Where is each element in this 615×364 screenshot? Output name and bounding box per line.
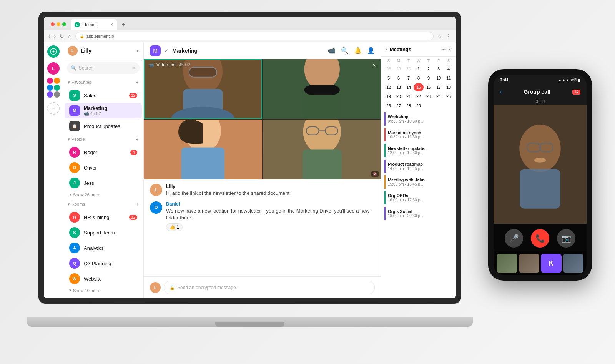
- people-add-button[interactable]: +: [136, 136, 139, 142]
- cal-day-27[interactable]: 27: [394, 101, 404, 110]
- video-call-camera-icon: 📹: [148, 62, 154, 68]
- cal-day-23[interactable]: 23: [424, 92, 434, 101]
- cal-day-16[interactable]: 16: [424, 83, 434, 91]
- refresh-button[interactable]: ↻: [60, 33, 64, 39]
- cal-day-29prev[interactable]: 29: [394, 65, 404, 73]
- cal-day-14[interactable]: 14: [404, 83, 414, 91]
- svg-rect-22: [520, 169, 560, 208]
- cal-day-7[interactable]: 7: [404, 74, 414, 82]
- message-reaction[interactable]: 👍 1: [166, 223, 183, 231]
- bookmark-button[interactable]: ☆: [437, 33, 442, 39]
- cal-day-11[interactable]: 11: [444, 74, 454, 82]
- rooms-add-button[interactable]: +: [136, 201, 139, 207]
- person-item-roger[interactable]: R Roger 4: [65, 145, 142, 160]
- cal-day-21[interactable]: 21: [404, 92, 414, 101]
- event-newsletter[interactable]: Newsletter update... 12:00 pm - 12:30 p.…: [384, 144, 453, 157]
- calendar-title: Meetings: [390, 47, 439, 52]
- mute-button[interactable]: 🎤: [505, 229, 523, 248]
- scene: E Element × + ‹ › ↻ ⌂ 🔒 app.element: [0, 0, 615, 364]
- cal-day-25[interactable]: 25: [444, 92, 454, 101]
- show-more-rooms[interactable]: ▾ Show 10 more: [65, 286, 142, 294]
- cal-day-22[interactable]: 22: [414, 92, 424, 101]
- close-button[interactable]: [51, 22, 55, 26]
- cal-day-28prev[interactable]: 28: [384, 65, 394, 73]
- room-item-hr[interactable]: H HR & hiring 12: [65, 209, 142, 225]
- cal-day-30prev[interactable]: 30: [404, 65, 414, 73]
- event-meeting-john[interactable]: Meeting with John 15:00 pm - 15:45 p...: [384, 175, 453, 189]
- phone-thumb-2[interactable]: [519, 254, 540, 273]
- forward-button[interactable]: ›: [54, 33, 56, 39]
- person-item-oliver[interactable]: O Oliver: [65, 160, 142, 175]
- roger-badge: 4: [130, 150, 137, 155]
- cal-day-29[interactable]: 29: [414, 101, 424, 110]
- cal-day-3[interactable]: 3: [434, 65, 444, 73]
- search-chat-icon[interactable]: 🔍: [341, 47, 349, 54]
- calendar-more-button[interactable]: •••: [441, 47, 446, 52]
- cal-day-1[interactable]: 1: [414, 65, 424, 73]
- room-item-analytics[interactable]: A Analytics: [65, 240, 142, 256]
- minimize-button[interactable]: [57, 22, 60, 26]
- message-input[interactable]: 🔒 Send an encrypted message...: [164, 281, 375, 294]
- add-space-button[interactable]: +: [47, 102, 60, 115]
- end-call-button[interactable]: 📞: [531, 229, 549, 248]
- room-item-product-updates[interactable]: 📋 Product updates: [65, 118, 142, 134]
- cal-day-20[interactable]: 20: [394, 92, 404, 101]
- video-call-icon[interactable]: 📹: [328, 47, 336, 54]
- cal-day-4[interactable]: 4: [444, 65, 454, 73]
- event-name-meeting-john: Meeting with John: [388, 178, 450, 182]
- event-marketing-synch[interactable]: Marketing synch 10:30 am - 11:30 p...: [384, 128, 453, 141]
- cal-day-8[interactable]: 8: [414, 74, 424, 82]
- new-tab-button[interactable]: +: [118, 19, 129, 30]
- search-compose-icon[interactable]: ✏: [132, 66, 136, 71]
- camera-toggle-button[interactable]: 📷: [557, 229, 575, 248]
- user-space-avatar-1[interactable]: L: [47, 62, 60, 75]
- room-item-website[interactable]: W Website: [65, 271, 142, 286]
- room-icon-sales: S: [69, 90, 80, 101]
- cal-day-18[interactable]: 18: [444, 83, 454, 91]
- cal-day-10[interactable]: 10: [434, 74, 444, 82]
- show-more-people[interactable]: ▾ Show 26 more: [65, 191, 142, 199]
- element-logo[interactable]: [47, 45, 60, 58]
- notification-icon[interactable]: 🔔: [354, 47, 362, 54]
- cal-day-5[interactable]: 5: [384, 74, 394, 82]
- phone-thumb-k[interactable]: K: [541, 254, 562, 273]
- cal-day-6[interactable]: 6: [394, 74, 404, 82]
- event-org-social[interactable]: Org's Social 18:00 pm - 20:30 p...: [384, 207, 453, 220]
- cal-day-19[interactable]: 19: [384, 92, 394, 101]
- event-org-okrs[interactable]: Org OKRs 16:00 pm - 17:30 p...: [384, 191, 453, 204]
- person-name-roger: Roger: [84, 150, 126, 155]
- cal-day-13[interactable]: 13: [394, 83, 404, 91]
- cal-day-17[interactable]: 17: [434, 83, 444, 91]
- favourites-add-button[interactable]: +: [136, 79, 139, 85]
- cal-day-26[interactable]: 26: [384, 101, 394, 110]
- calendar-close-button[interactable]: ×: [448, 46, 451, 52]
- room-item-marketing[interactable]: M Marketing 📹 45:02: [65, 103, 142, 118]
- room-item-sales[interactable]: S Sales 12: [65, 88, 142, 103]
- cal-day-28[interactable]: 28: [404, 101, 414, 110]
- url-field[interactable]: 🔒 app.element.io: [75, 32, 434, 40]
- calendar-back-button[interactable]: ‹: [386, 47, 387, 52]
- cal-day-24[interactable]: 24: [434, 92, 444, 101]
- home-button[interactable]: ⌂: [68, 33, 71, 39]
- phone-thumb-4[interactable]: [563, 254, 584, 273]
- cal-day-2[interactable]: 2: [424, 65, 434, 73]
- room-item-support[interactable]: S Support Team: [65, 225, 142, 240]
- browser-tab-element[interactable]: E Element ×: [71, 19, 117, 30]
- event-product-roadmap[interactable]: Product roadmap 14:00 pm - 14:45 p...: [384, 160, 453, 173]
- event-time-workshop: 09:30 am - 10:30 p...: [388, 119, 450, 123]
- search-bar[interactable]: 🔍 Search ✏: [67, 62, 140, 74]
- user-menu-chevron[interactable]: ▾: [136, 48, 139, 53]
- cal-day-9[interactable]: 9: [424, 74, 434, 82]
- browser-menu-button[interactable]: ⋮: [446, 33, 451, 39]
- video-expand-icon[interactable]: ⤡: [372, 62, 377, 68]
- cal-day-12[interactable]: 12: [384, 83, 394, 91]
- phone-thumb-1[interactable]: [497, 254, 517, 273]
- tab-close-button[interactable]: ×: [110, 22, 113, 27]
- event-workshop[interactable]: Workshop 09:30 am - 10:30 p...: [384, 112, 453, 126]
- back-button[interactable]: ‹: [48, 33, 50, 39]
- cal-day-15-today[interactable]: 15: [414, 83, 424, 91]
- person-item-jess[interactable]: J Jess: [65, 175, 142, 191]
- maximize-button[interactable]: [62, 22, 66, 26]
- room-item-q2[interactable]: Q Q2 Planning: [65, 256, 142, 271]
- members-icon[interactable]: 👤: [367, 47, 375, 54]
